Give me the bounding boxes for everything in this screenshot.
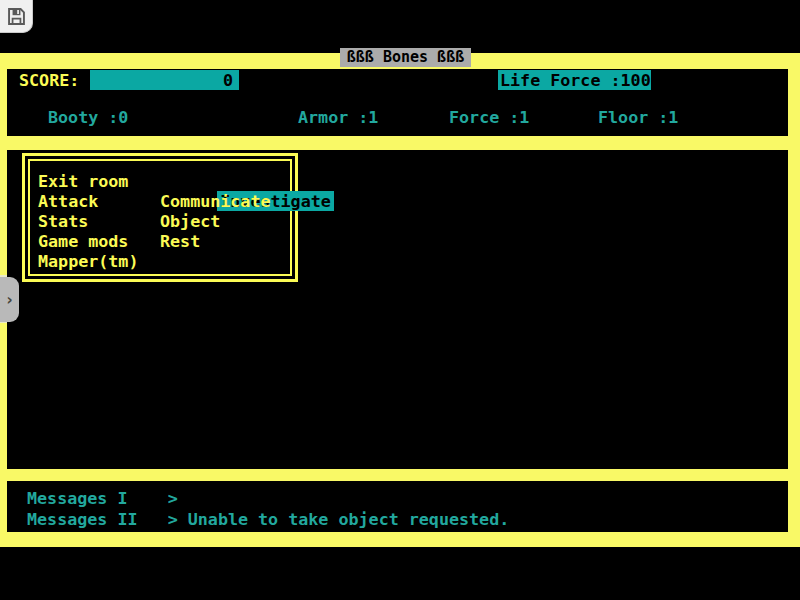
menu-item-rest[interactable]: Rest — [160, 231, 334, 251]
menu-item-object[interactable]: Object — [160, 211, 334, 231]
frame-divider-messages — [0, 469, 800, 481]
stat-armor: Armor :1 — [298, 107, 378, 127]
drawer-handle[interactable]: › — [0, 277, 19, 322]
score-label: SCORE: — [19, 70, 79, 90]
score-value: 0 — [223, 70, 233, 90]
menu-column-right: Investigate Communicate Object Rest — [160, 171, 334, 251]
game-screen: ßßß Bones ßßß SCORE: 0 Life Force :100 B… — [0, 0, 800, 600]
window-title: ßßß Bones ßßß — [340, 48, 471, 67]
menu-item-mapper[interactable]: Mapper(tm) — [38, 251, 138, 271]
frame-divider-hud — [0, 136, 800, 150]
messages-line-1: Messages I > — [27, 488, 178, 508]
frame-bottom-band — [0, 532, 800, 547]
messages-line-2: Messages II > Unable to take object requ… — [27, 509, 509, 529]
save-icon — [6, 6, 27, 27]
score-bar: 0 — [90, 70, 239, 90]
chevron-right-icon: › — [6, 291, 12, 309]
menu-column-left: Exit room Attack Stats Game mods Mapper(… — [38, 171, 138, 271]
menu-item-stats[interactable]: Stats — [38, 211, 138, 231]
stat-floor: Floor :1 — [598, 107, 678, 127]
save-button[interactable] — [0, 0, 33, 33]
stat-force: Force :1 — [449, 107, 529, 127]
menu-item-exit-room[interactable]: Exit room — [38, 171, 138, 191]
life-force-badge: Life Force :100 — [498, 70, 651, 90]
menu-item-game-mods[interactable]: Game mods — [38, 231, 138, 251]
stat-booty: Booty :0 — [48, 107, 128, 127]
menu-item-attack[interactable]: Attack — [38, 191, 138, 211]
menu-item-investigate[interactable]: Investigate — [160, 171, 334, 191]
frame-right-border — [788, 53, 800, 547]
